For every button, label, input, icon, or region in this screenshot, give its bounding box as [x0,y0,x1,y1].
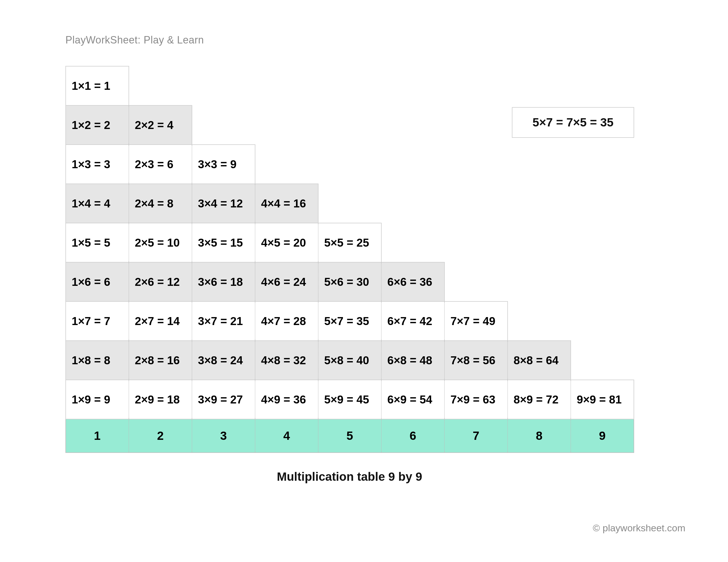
table-cell-diagonal: 7×7 = 49 [444,301,508,341]
table-cell: 3×4 = 12 [192,184,255,223]
table-cell: 8×9 = 72 [508,380,571,419]
table-cell: 5×8 = 40 [318,341,381,380]
table-cell: 2×9 = 18 [129,380,192,419]
worksheet-page: PlayWorkSheet: Play & Learn 1×1 = 11×2 =… [0,0,728,562]
table-cell-empty [318,66,381,105]
table-cell: 3×5 = 15 [192,223,255,262]
table-cell: 5×6 = 30 [318,262,381,301]
table-cell-empty [444,145,508,184]
table-cell-diagonal: 6×6 = 36 [381,262,444,301]
table-cell-empty [508,301,571,341]
table-cell-empty [508,223,571,262]
table-row: 1×1 = 1 [66,66,634,105]
table-cell-empty [571,341,634,380]
column-number: 3 [192,419,255,453]
table-cell-empty [255,66,318,105]
table-cell-empty [129,66,192,105]
table-cell: 1×3 = 3 [66,145,129,184]
page-header: PlayWorkSheet: Play & Learn [65,34,663,46]
table-row: 1×8 = 82×8 = 163×8 = 244×8 = 325×8 = 406… [66,341,634,380]
table-cell-empty [255,105,318,145]
table-cell-empty [381,184,444,223]
table-cell: 3×9 = 27 [192,380,255,419]
table-cell-empty [508,184,571,223]
table-cell: 1×8 = 8 [66,341,129,380]
table-cell-empty [571,66,634,105]
table-cell: 4×8 = 32 [255,341,318,380]
table-cell-diagonal: 4×4 = 16 [255,184,318,223]
table-cell: 7×9 = 63 [444,380,508,419]
table-cell: 1×4 = 4 [66,184,129,223]
table-cell-empty [318,145,381,184]
table-cell-diagonal: 5×5 = 25 [318,223,381,262]
table-cell-diagonal: 2×2 = 4 [129,105,192,145]
table-cell: 1×2 = 2 [66,105,129,145]
table-footer-row: 123456789 [66,419,634,453]
table-cell-diagonal: 1×1 = 1 [66,66,129,105]
table-cell-empty [571,262,634,301]
table-row: 1×3 = 32×3 = 63×3 = 9 [66,145,634,184]
table-cell-empty [444,262,508,301]
table-cell-empty [192,66,255,105]
table-cell: 7×8 = 56 [444,341,508,380]
table-cell: 6×9 = 54 [381,380,444,419]
table-cell: 4×9 = 36 [255,380,318,419]
stage: 1×1 = 11×2 = 22×2 = 41×3 = 32×3 = 63×3 =… [65,66,663,484]
table-cell: 2×6 = 12 [129,262,192,301]
table-cell-empty [444,66,508,105]
column-number: 5 [318,419,381,453]
table-cell: 4×5 = 20 [255,223,318,262]
table-cell-empty [571,145,634,184]
table-cell-diagonal: 8×8 = 64 [508,341,571,380]
table-cell: 4×6 = 24 [255,262,318,301]
table-cell-empty [444,223,508,262]
table-cell: 1×7 = 7 [66,301,129,341]
table-cell-empty [508,262,571,301]
table-cell: 3×6 = 18 [192,262,255,301]
table-cell-diagonal: 9×9 = 81 [571,380,634,419]
column-number: 9 [571,419,634,453]
table-cell: 4×7 = 28 [255,301,318,341]
column-number: 4 [255,419,318,453]
table-cell-empty [508,145,571,184]
table-cell: 6×7 = 42 [381,301,444,341]
column-number: 1 [66,419,129,453]
column-number: 2 [129,419,192,453]
column-number: 6 [381,419,444,453]
table-cell-empty [508,66,571,105]
table-cell: 5×9 = 45 [318,380,381,419]
table-cell: 2×5 = 10 [129,223,192,262]
table-cell-empty [381,145,444,184]
table-cell: 2×3 = 6 [129,145,192,184]
column-number: 7 [444,419,508,453]
table-cell-empty [381,66,444,105]
table-cell: 3×7 = 21 [192,301,255,341]
table-cell: 3×8 = 24 [192,341,255,380]
table-row: 1×9 = 92×9 = 183×9 = 274×9 = 365×9 = 456… [66,380,634,419]
table-cell: 2×4 = 8 [129,184,192,223]
table-row: 1×4 = 42×4 = 83×4 = 124×4 = 16 [66,184,634,223]
table-cell: 6×8 = 48 [381,341,444,380]
table-cell-empty [571,301,634,341]
table-row: 1×7 = 72×7 = 143×7 = 214×7 = 285×7 = 356… [66,301,634,341]
table-cell-empty [318,184,381,223]
table-cell-empty [381,105,444,145]
column-number: 8 [508,419,571,453]
table-row: 1×5 = 52×5 = 103×5 = 154×5 = 205×5 = 25 [66,223,634,262]
table-cell-empty [444,105,508,145]
table-row: 1×6 = 62×6 = 123×6 = 184×6 = 245×6 = 306… [66,262,634,301]
table-cell-empty [192,105,255,145]
table-caption: Multiplication table 9 by 9 [65,470,634,484]
table-cell-empty [318,105,381,145]
table-cell: 5×7 = 35 [318,301,381,341]
table-cell-empty [255,145,318,184]
table-cell: 1×5 = 5 [66,223,129,262]
table-cell-diagonal: 3×3 = 9 [192,145,255,184]
table-cell: 1×9 = 9 [66,380,129,419]
example-callout: 5×7 = 7×5 = 35 [512,107,634,138]
table-cell-empty [444,184,508,223]
page-footer: © playworksheet.com [593,522,685,534]
table-cell-empty [381,223,444,262]
table-cell-empty [571,184,634,223]
table-cell: 2×8 = 16 [129,341,192,380]
